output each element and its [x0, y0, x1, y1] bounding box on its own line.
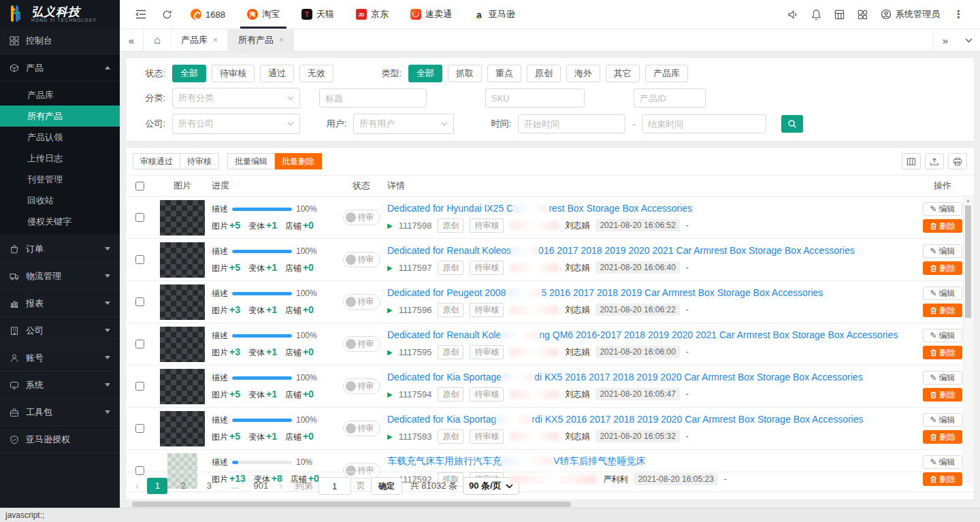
type-filter-button[interactable]: 原创 [527, 65, 561, 82]
close-icon[interactable]: × [279, 35, 284, 45]
start-time-input[interactable] [518, 114, 625, 133]
sidebar-collapse-button[interactable] [129, 0, 152, 29]
next-page-button[interactable]: › [276, 480, 285, 492]
batch-delete-button[interactable]: 批量删除 [275, 153, 322, 169]
status-toggle[interactable]: 待审 [343, 378, 380, 394]
product-title-link[interactable]: 车载充气床车用旅行汽车充V轿车后排气垫睡觉床 [387, 455, 906, 468]
user-select[interactable]: 所有用户 [353, 114, 454, 134]
product-title-link[interactable]: Dedicated for Peugeot 2008 5 2016 2017 2… [387, 287, 906, 298]
page-number[interactable]: 1 [147, 478, 167, 494]
page-number[interactable]: 2 [173, 478, 193, 494]
status-toggle[interactable]: 待审 [343, 421, 380, 436]
tabs-menu-button[interactable] [957, 29, 980, 51]
type-filter-button[interactable]: 全部 [408, 65, 442, 82]
play-icon[interactable]: ▶ [387, 391, 393, 398]
export-button[interactable] [925, 153, 944, 169]
delete-button[interactable]: 删除 [923, 430, 962, 444]
edit-button[interactable]: ✎编辑 [923, 413, 962, 427]
sidebar-subitem[interactable]: 侵权关键字 [0, 211, 120, 232]
product-title-link[interactable]: Dedicated for Kia Sportagedi KX5 2016 20… [387, 372, 906, 382]
page-tab[interactable]: 产品库 × [171, 29, 228, 51]
title-search-input[interactable] [319, 88, 427, 108]
row-checkbox[interactable] [135, 382, 144, 391]
sidebar-item-logistics[interactable]: 物流管理 [0, 263, 120, 290]
type-filter-button[interactable]: 海外 [566, 65, 600, 82]
row-checkbox[interactable] [135, 213, 144, 222]
prev-page-button[interactable]: ‹ [133, 480, 142, 492]
status-toggle[interactable]: 待审 [343, 210, 380, 225]
sidebar-subitem[interactable]: 产品认领 [0, 127, 120, 148]
product-image[interactable] [160, 200, 205, 235]
page-number[interactable]: 901 [250, 478, 271, 494]
page-number[interactable]: 3 [199, 478, 219, 494]
select-all-checkbox[interactable] [135, 182, 144, 191]
sidebar-item-product[interactable]: 产品 [0, 54, 120, 82]
company-select[interactable]: 所有公司 [172, 114, 300, 134]
type-filter-button[interactable]: 抓取 [448, 65, 482, 82]
play-icon[interactable]: ▶ [387, 306, 393, 314]
platform-tab-jd[interactable]: JD 京东 [346, 0, 398, 29]
row-checkbox[interactable] [135, 424, 144, 433]
user-menu[interactable]: 系统管理员 [874, 0, 947, 29]
platform-tab-tmall[interactable]: T 天猫 [292, 0, 344, 29]
page-number[interactable]: ... [225, 478, 245, 494]
status-toggle[interactable]: 待审 [343, 336, 380, 352]
product-id-search-input[interactable] [634, 88, 706, 108]
sidebar-subitem[interactable]: 所有产品 [0, 105, 120, 127]
sidebar-item-orders[interactable]: 订单 [0, 235, 120, 263]
type-filter-button[interactable]: 重点 [487, 65, 521, 82]
product-title-link[interactable]: Dedicated for Renault Koleos016 2017 201… [387, 245, 906, 256]
product-title-link[interactable]: Dedicated for Kia Sportagrdi KX5 2016 20… [387, 414, 906, 425]
play-icon[interactable]: ▶ [387, 222, 393, 229]
status-filter-button[interactable]: 通过 [260, 65, 294, 82]
sidebar-subitem[interactable]: 回收站 [0, 190, 120, 211]
print-button[interactable] [948, 153, 967, 169]
delete-button[interactable]: 删除 [923, 304, 962, 317]
edit-button[interactable]: ✎编辑 [923, 455, 962, 469]
row-checkbox[interactable] [135, 340, 144, 348]
product-image[interactable] [160, 242, 205, 278]
product-title-link[interactable]: Dedicated for Hyundai IX25 Crest Box Sto… [387, 203, 906, 214]
edit-button[interactable]: ✎编辑 [923, 371, 962, 385]
home-tab-button[interactable]: ⌂ [144, 29, 171, 51]
product-image[interactable] [160, 411, 205, 446]
product-image[interactable] [160, 284, 205, 320]
platform-tab-amazon[interactable]: a 亚马逊 [464, 0, 525, 29]
platform-tab-1688[interactable]: 1688 [181, 0, 235, 29]
platform-tab-aliexpress[interactable]: 速卖通 [401, 0, 461, 29]
scroll-up-button[interactable]: ▲ [964, 196, 973, 205]
sku-search-input[interactable] [485, 88, 585, 108]
type-filter-button[interactable]: 产品库 [645, 65, 688, 82]
play-icon[interactable]: ▶ [387, 348, 393, 356]
batch-edit-button[interactable]: 批量编辑 [227, 153, 275, 169]
category-select[interactable]: 所有分类 [172, 88, 300, 108]
product-title-link[interactable]: Dedicated for Renault Koleng QM6 2016-20… [387, 329, 906, 340]
type-filter-button[interactable]: 其它 [606, 65, 640, 82]
status-filter-button[interactable]: 无效 [299, 65, 333, 82]
sidebar-item-company[interactable]: 公司 [0, 317, 120, 344]
goto-confirm-button[interactable]: 确定 [371, 477, 402, 495]
sidebar-subitem[interactable]: 刊登管理 [0, 169, 120, 190]
platform-tab-taobao[interactable]: 淘 淘宝 [238, 0, 289, 29]
row-checkbox[interactable] [135, 255, 144, 264]
status-toggle[interactable]: 待审 [343, 294, 380, 310]
sidebar-item-accounts[interactable]: 账号 [0, 344, 120, 372]
goto-page-input[interactable] [318, 477, 351, 495]
announcement-button[interactable] [781, 0, 804, 29]
more-menu-button[interactable]: ⋮ [947, 8, 970, 20]
page-tab[interactable]: 所有产品 × [228, 29, 294, 51]
column-settings-button[interactable] [902, 153, 921, 169]
delete-button[interactable]: 删除 [923, 261, 962, 275]
play-icon[interactable]: ▶ [387, 433, 393, 440]
delete-button[interactable]: 删除 [923, 219, 962, 233]
sidebar-item-console[interactable]: 控制台 [0, 27, 120, 54]
tabs-scroll-left-button[interactable]: « [120, 29, 144, 51]
apps-button[interactable] [828, 0, 851, 29]
vertical-scrollbar-thumb[interactable] [965, 206, 971, 318]
status-toggle[interactable]: 待审 [343, 252, 380, 267]
tabs-scroll-right-button[interactable]: » [933, 29, 957, 51]
horizontal-scrollbar-thumb[interactable] [132, 502, 571, 507]
end-time-input[interactable] [642, 114, 766, 133]
row-checkbox[interactable] [135, 297, 144, 306]
sidebar-item-toolkit[interactable]: 工具包 [0, 399, 120, 426]
